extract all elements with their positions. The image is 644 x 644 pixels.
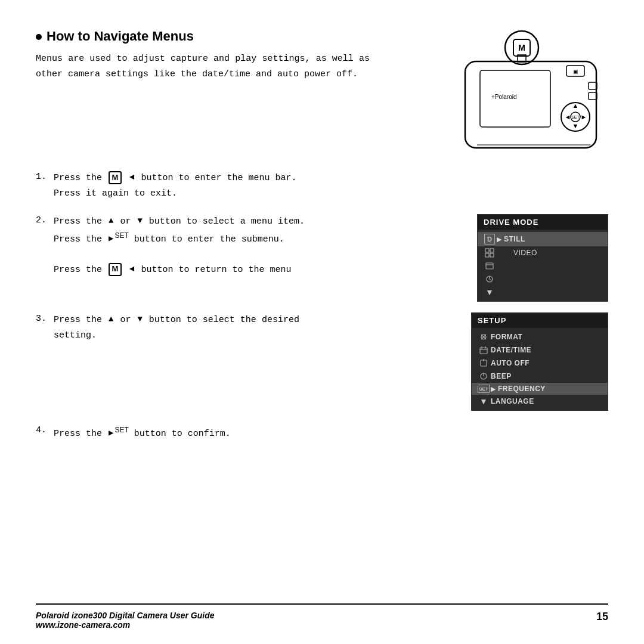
svg-text:▣: ▣ xyxy=(573,69,578,75)
setup-row-datetime: DATE/TIME xyxy=(472,343,608,357)
beep-icon-cell xyxy=(476,371,491,381)
autooff-icon-cell xyxy=(476,358,491,368)
footer-website: www.izone-camera.com xyxy=(36,620,215,630)
step-2-line2: Press the ▶SET button to enter the subme… xyxy=(54,234,284,244)
setup-icon: SET xyxy=(478,385,490,393)
m-button-icon-2: M xyxy=(109,263,122,276)
svg-text:►: ► xyxy=(581,113,587,120)
frequency-arrow: ▶ xyxy=(491,385,496,393)
still-text: STILL xyxy=(504,235,525,243)
m-button-icon: M xyxy=(109,171,122,184)
step-3-number: 3. xyxy=(36,312,54,324)
arrow-left-icon: ◄ xyxy=(129,171,134,185)
footer-page-number: 15 xyxy=(596,611,608,623)
setup-row-autooff: AUTO OFF xyxy=(472,357,608,370)
format-icon-cell xyxy=(476,332,491,342)
section-title: How to Navigate Menus xyxy=(36,29,370,44)
steps-container: 1. Press the M ◄ button to enter the men… xyxy=(36,171,608,442)
datetime-text: DATE/TIME xyxy=(491,346,531,354)
svg-text:+Polaroid: +Polaroid xyxy=(491,94,517,100)
step-2-left: 2. Press the ▲ or ▼ button to select a m… xyxy=(36,214,465,277)
step-4: 4. Press the ▶SET button to confirm. xyxy=(36,424,608,442)
drive-mode-panel: DRIVE MODE D ▶ STILL xyxy=(477,214,608,302)
intro-text: Menus are used to adjust capture and pla… xyxy=(36,51,370,82)
step-3-area: 3. Press the ▲ or ▼ button to select the… xyxy=(36,312,608,411)
setup-header: SETUP xyxy=(472,313,608,328)
page: How to Navigate Menus Menus are used to … xyxy=(0,0,644,644)
set-label: SET xyxy=(114,231,128,240)
step-4-content: Press the ▶SET button to confirm. xyxy=(54,424,608,442)
frequency-text: FREQUENCY xyxy=(498,385,546,393)
footer-left: Polaroid izone300 Digital Camera User Gu… xyxy=(36,611,215,630)
step-2-content: Press the ▲ or ▼ button to select a menu… xyxy=(54,214,465,277)
step-2-sub: Press the M ◄ button to return to the me… xyxy=(54,265,291,275)
svg-text:M: M xyxy=(518,43,525,52)
av-down-icon: ▼ xyxy=(485,287,494,297)
svg-text:▼: ▼ xyxy=(572,122,579,129)
format-text: FORMAT xyxy=(491,333,522,341)
step-3-left: 3. Press the ▲ or ▼ button to select the… xyxy=(36,312,459,343)
autooff-text: AUTO OFF xyxy=(491,359,530,367)
drive-mode-row-d: D ▶ STILL xyxy=(478,232,608,246)
step-1-content: Press the M ◄ button to enter the menu b… xyxy=(54,171,608,201)
icon-cell-4 xyxy=(482,274,497,284)
drive-row-arrow: ▶ xyxy=(497,236,501,243)
icon-cell-3 xyxy=(482,261,497,271)
drive-mode-row-video: VIDEO xyxy=(478,246,608,259)
step-4-number: 4. xyxy=(36,424,54,435)
drive-mode-body: D ▶ STILL xyxy=(478,230,608,301)
d-icon-cell: D xyxy=(482,234,497,244)
svg-rect-19 xyxy=(485,249,489,252)
set-label-4: SET xyxy=(114,426,128,434)
svg-text:▲: ▲ xyxy=(572,102,579,109)
title-text: How to Navigate Menus xyxy=(47,29,194,44)
svg-rect-20 xyxy=(490,249,494,252)
beep-text: BEEP xyxy=(491,372,512,380)
svg-rect-22 xyxy=(490,253,494,257)
svg-text:◄: ◄ xyxy=(565,113,571,120)
step-1-line2: Press it again to exit. xyxy=(54,186,608,202)
arrow-down-icon-3: ▼ xyxy=(137,312,142,327)
step-1: 1. Press the M ◄ button to enter the men… xyxy=(36,171,608,201)
arrow-down-icon: ▼ xyxy=(137,214,142,228)
svg-line-27 xyxy=(490,279,491,280)
step-3-content: Press the ▲ or ▼ button to select the de… xyxy=(54,312,459,343)
drive-mode-row-3 xyxy=(478,259,608,273)
setup-row-frequency: SET ▶ FREQUENCY xyxy=(472,383,608,395)
setup-row-language: ▼ LANGUAGE xyxy=(472,395,608,408)
header-section: How to Navigate Menus Menus are used to … xyxy=(36,29,608,154)
camera-illustration: M +Polaroid ▣ ▲ ▼ ◄ ► xyxy=(429,29,608,154)
step-1-number: 1. xyxy=(36,171,54,182)
language-icon-cell: ▼ xyxy=(476,397,491,406)
step-2-number: 2. xyxy=(36,214,54,225)
drive-mode-row-av: ▼ xyxy=(478,286,608,299)
arrow-right-icon: ▶ xyxy=(109,232,113,246)
language-text: LANGUAGE xyxy=(491,397,534,405)
frequency-icon-cell: SET xyxy=(476,385,491,393)
language-av-icon: ▼ xyxy=(479,397,488,406)
drive-mode-header: DRIVE MODE xyxy=(478,215,608,230)
svg-rect-23 xyxy=(486,263,493,269)
step-3-line2: setting. xyxy=(54,330,97,340)
step-2-area: 2. Press the ▲ or ▼ button to select a m… xyxy=(36,214,608,302)
d-icon: D xyxy=(484,234,495,244)
svg-rect-21 xyxy=(485,253,489,257)
datetime-icon-cell xyxy=(476,345,491,355)
arrow-up-icon-3: ▲ xyxy=(109,312,113,327)
bullet-icon xyxy=(36,34,42,40)
arrow-up-icon: ▲ xyxy=(109,214,113,228)
svg-rect-31 xyxy=(480,348,487,354)
setup-row-beep: BEEP xyxy=(472,370,608,383)
svg-text:SET: SET xyxy=(571,115,580,119)
arrow-left-icon-2: ◄ xyxy=(129,262,134,277)
drive-mode-row-4 xyxy=(478,273,608,286)
av-icon-cell: ▼ xyxy=(482,287,497,297)
setup-body: FORMAT DATE/TIME xyxy=(472,328,608,410)
setup-panel: SETUP FORMAT xyxy=(471,312,608,411)
left-header: How to Navigate Menus Menus are used to … xyxy=(36,29,370,82)
footer-brand: Polaroid izone300 Digital Camera User Gu… xyxy=(36,611,215,620)
arrow-right-icon-4: ▶ xyxy=(109,426,113,441)
footer: Polaroid izone300 Digital Camera User Gu… xyxy=(36,603,608,630)
setup-row-format: FORMAT xyxy=(472,330,608,343)
video-icon-cell xyxy=(482,248,497,258)
